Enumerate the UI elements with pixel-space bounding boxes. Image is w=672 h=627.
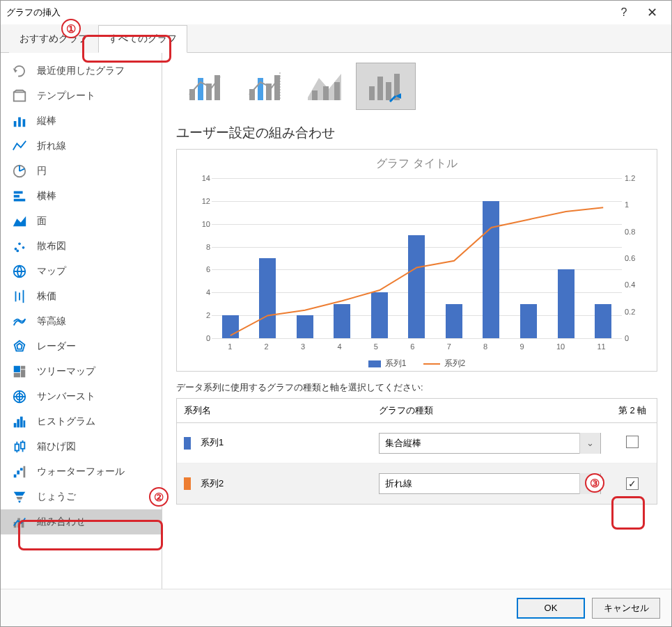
chart-preview: グラフ タイトル 02468101214 00.20.40.60.811.2 1… — [176, 149, 657, 372]
tab-all-charts[interactable]: すべてのグラフ — [98, 25, 187, 53]
insert-chart-dialog: グラフの挿入 ? ✕ おすすめグラフ すべてのグラフ 最近使用したグラフテンプレ… — [0, 0, 672, 627]
svg-rect-2 — [18, 118, 21, 127]
sidebar-item-18[interactable]: 組み合わせ — [1, 509, 162, 534]
svg-rect-52 — [258, 78, 263, 100]
svg-rect-40 — [24, 466, 26, 478]
chart-type-icon — [12, 314, 27, 329]
sidebar-item-14[interactable]: ヒストグラム — [1, 409, 162, 434]
sidebar-item-5[interactable]: 横棒 — [1, 184, 162, 209]
chart-type-icon — [12, 439, 27, 454]
svg-marker-41 — [14, 492, 26, 496]
sidebar-item-13[interactable]: サンバースト — [1, 384, 162, 409]
svg-rect-6 — [14, 195, 19, 198]
chart-type-icon — [12, 164, 27, 179]
svg-point-11 — [22, 246, 25, 249]
chart-type-icon — [12, 264, 27, 279]
svg-rect-29 — [20, 417, 23, 428]
tab-recommended[interactable]: おすすめグラフ — [9, 25, 98, 53]
secondary-axis-checkbox[interactable] — [626, 477, 639, 490]
sidebar-item-11[interactable]: レーダー — [1, 334, 162, 359]
tab-bar: おすすめグラフ すべてのグラフ — [1, 24, 671, 53]
callout-3-number: ③ — [585, 473, 604, 493]
subtype-clustered-column-line[interactable] — [176, 63, 236, 110]
secondary-axis-checkbox[interactable] — [626, 436, 639, 448]
svg-point-12 — [16, 250, 19, 253]
svg-rect-38 — [17, 470, 19, 475]
chart-type-icon — [12, 464, 27, 479]
chart-type-icon — [12, 214, 27, 229]
svg-rect-54 — [274, 75, 280, 100]
sidebar-item-15[interactable]: 箱ひげ図 — [1, 434, 162, 459]
series-table: 系列名 グラフの種類 第 2 軸 系列1集合縦棒⌄系列2折れ線⌄ — [176, 398, 657, 505]
close-button[interactable]: ✕ — [638, 5, 666, 20]
subtype-clustered-column-line-secondary[interactable] — [236, 63, 296, 110]
callout-2-number: ② — [149, 487, 169, 507]
svg-rect-31 — [15, 444, 19, 450]
series-row: 系列1集合縦棒⌄ — [177, 423, 657, 463]
chart-type-sidebar: 最近使用したグラフテンプレート縦棒折れ線円横棒面散布図マップ株価等高線レーダーツ… — [1, 53, 162, 589]
svg-rect-39 — [20, 468, 23, 471]
svg-rect-57 — [312, 90, 318, 100]
svg-rect-62 — [386, 82, 391, 100]
chart-type-select[interactable]: 集合縦棒⌄ — [379, 433, 601, 454]
sidebar-item-6[interactable]: 面 — [1, 209, 162, 234]
legend-series1: 系列1 — [385, 358, 407, 370]
chevron-down-icon: ⌄ — [579, 433, 600, 454]
main-panel: ユーザー設定の組み合わせ グラフ タイトル 02468101214 00.20.… — [162, 53, 671, 589]
dialog-footer: OK キャンセル — [1, 589, 671, 626]
col-series-name: 系列名 — [177, 399, 372, 422]
sidebar-item-4[interactable]: 円 — [1, 159, 162, 184]
svg-rect-45 — [17, 518, 20, 528]
chart-type-icon — [12, 239, 27, 254]
combo-subtypes — [176, 63, 657, 110]
sidebar-item-7[interactable]: 散布図 — [1, 234, 162, 259]
svg-marker-18 — [17, 343, 22, 349]
svg-point-10 — [18, 243, 21, 246]
sidebar-item-8[interactable]: マップ — [1, 259, 162, 284]
sidebar-item-1[interactable]: テンプレート — [1, 84, 162, 109]
chart-type-icon — [12, 489, 27, 505]
col-chart-type: グラフの種類 — [372, 399, 608, 422]
chart-type-icon — [12, 289, 27, 304]
chart-type-icon — [12, 364, 27, 379]
svg-rect-59 — [334, 82, 340, 100]
chart-type-icon — [12, 389, 27, 404]
svg-marker-8 — [13, 216, 26, 227]
sidebar-item-12[interactable]: ツリーマップ — [1, 359, 162, 384]
svg-rect-60 — [369, 86, 375, 100]
svg-rect-58 — [323, 86, 329, 100]
subtype-stacked-area-column[interactable] — [296, 63, 356, 110]
sidebar-item-0[interactable]: 最近使用したグラフ — [1, 58, 162, 84]
sidebar-item-9[interactable]: 株価 — [1, 284, 162, 309]
series-name: 系列1 — [201, 437, 224, 447]
svg-marker-43 — [18, 501, 21, 503]
dialog-title: グラフの挿入 — [6, 6, 610, 19]
sidebar-item-16[interactable]: ウォーターフォール — [1, 459, 162, 484]
chart-type-icon — [12, 514, 27, 530]
ok-button[interactable]: OK — [517, 598, 585, 619]
chart-type-icon — [12, 339, 27, 354]
svg-rect-19 — [14, 366, 20, 372]
cancel-button[interactable]: キャンセル — [592, 598, 660, 619]
combo-heading: ユーザー設定の組み合わせ — [176, 124, 657, 142]
svg-rect-30 — [24, 420, 26, 427]
chart-type-icon — [12, 189, 27, 204]
svg-rect-0 — [14, 93, 26, 102]
svg-rect-5 — [14, 191, 23, 194]
subtype-custom-combination[interactable] — [356, 63, 416, 110]
help-button[interactable]: ? — [610, 6, 638, 19]
sidebar-item-2[interactable]: 縦棒 — [1, 109, 162, 134]
svg-rect-28 — [17, 419, 19, 427]
chart-title: グラフ タイトル — [184, 157, 650, 171]
sidebar-item-17[interactable]: じょうご — [1, 484, 162, 509]
svg-rect-3 — [23, 119, 26, 127]
svg-rect-37 — [14, 475, 17, 478]
legend-series2: 系列2 — [444, 358, 466, 370]
series-instruction: データ系列に使用するグラフの種類と軸を選択してください: — [176, 381, 657, 394]
sidebar-item-10[interactable]: 等高線 — [1, 309, 162, 334]
series-name: 系列2 — [201, 478, 224, 489]
svg-rect-21 — [21, 370, 25, 377]
chart-type-select[interactable]: 折れ線⌄ — [379, 473, 601, 494]
chart-type-icon — [12, 63, 27, 79]
sidebar-item-3[interactable]: 折れ線 — [1, 134, 162, 159]
